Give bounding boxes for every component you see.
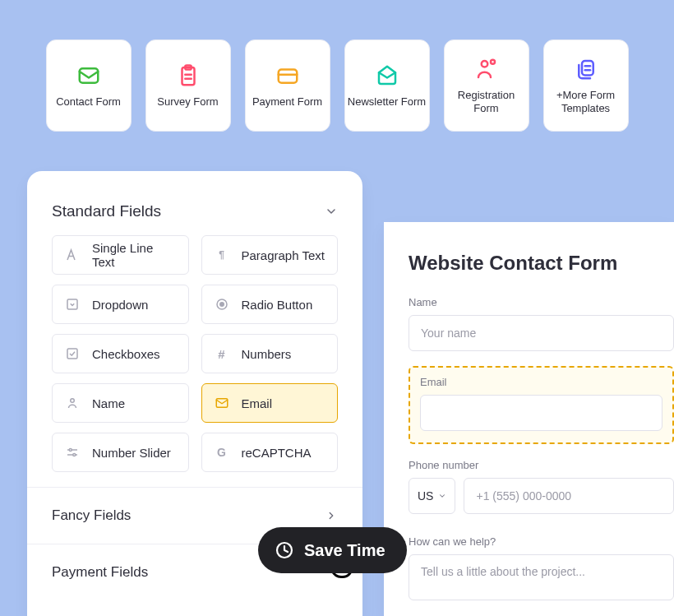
template-label: Payment Form	[252, 95, 322, 109]
email-dropzone[interactable]: Email	[409, 366, 674, 444]
field-name[interactable]: Name	[52, 383, 189, 423]
card-icon	[275, 63, 301, 89]
radio-icon	[212, 294, 232, 314]
hash-icon: #	[212, 344, 232, 364]
field-paragraph-text[interactable]: ¶ Paragraph Text	[201, 235, 339, 275]
field-single-line-text[interactable]: Single Line Text	[52, 235, 189, 275]
pill-label: Save Time	[304, 541, 385, 560]
template-card-contact-form[interactable]: Contact Form	[46, 39, 132, 132]
name-label: Name	[409, 296, 674, 308]
phone-country-select[interactable]: US	[409, 478, 455, 514]
dropdown-icon	[62, 294, 82, 314]
field-label: Checkboxes	[92, 347, 160, 361]
phone-placeholder: +1 (555) 000-0000	[476, 489, 571, 503]
envelope-icon	[374, 63, 400, 89]
svg-rect-13	[67, 299, 77, 309]
field-label: Paragraph Text	[242, 248, 325, 262]
field-recaptcha[interactable]: G reCAPTCHA	[201, 433, 339, 472]
template-label: Newsletter Form	[348, 95, 426, 109]
svg-rect-9	[582, 61, 593, 76]
field-checkboxes[interactable]: Checkboxes	[52, 334, 189, 373]
phone-input[interactable]: +1 (555) 000-0000	[464, 478, 674, 514]
section-title: Fancy Fields	[52, 507, 131, 524]
field-label: Radio Button	[242, 298, 313, 312]
template-cards-row: Contact Form Survey Form Payment Form Ne…	[35, 39, 639, 132]
user-icon	[473, 56, 500, 82]
svg-point-15	[219, 303, 224, 307]
svg-point-8	[491, 60, 495, 64]
section-title: Standard Fields	[52, 202, 161, 220]
mail-icon	[212, 393, 232, 413]
section-standard-fields[interactable]: Standard Fields	[27, 171, 362, 235]
svg-rect-5	[278, 69, 297, 82]
svg-point-22	[73, 454, 76, 456]
field-radio-button[interactable]: Radio Button	[201, 285, 339, 324]
template-card-more-templates[interactable]: +More Form Templates	[543, 39, 629, 132]
checkbox-icon	[62, 344, 82, 364]
phone-country-value: US	[418, 489, 433, 503]
template-label: +More Form Templates	[544, 89, 628, 116]
template-card-payment-form[interactable]: Payment Form	[245, 39, 330, 132]
svg-rect-0	[79, 68, 98, 83]
clipboard-icon	[175, 63, 201, 89]
field-phone: Phone number US +1 (555) 000-0000	[409, 459, 674, 514]
template-label: Registration Form	[445, 89, 529, 116]
field-label: Email	[242, 396, 273, 410]
help-placeholder: Tell us a little about the project...	[421, 565, 585, 578]
template-card-registration-form[interactable]: Registration Form	[444, 39, 529, 132]
copy-icon	[573, 56, 599, 82]
help-textarea[interactable]: Tell us a little about the project...	[409, 554, 674, 600]
help-label: How can we help?	[409, 535, 674, 548]
email-input[interactable]	[420, 395, 662, 431]
paragraph-icon: ¶	[212, 245, 232, 265]
field-numbers[interactable]: # Numbers	[201, 334, 339, 373]
field-label: Numbers	[242, 347, 292, 361]
field-label: Number Slider	[92, 446, 171, 460]
template-card-newsletter-form[interactable]: Newsletter Form	[344, 39, 430, 132]
field-dropdown[interactable]: Dropdown	[52, 285, 189, 324]
field-label: Single Line Text	[92, 241, 178, 269]
field-label: reCAPTCHA	[242, 446, 312, 460]
field-label: Dropdown	[92, 298, 148, 312]
template-card-survey-form[interactable]: Survey Form	[145, 39, 231, 132]
save-time-pill[interactable]: Save Time	[258, 527, 407, 573]
svg-point-17	[71, 399, 75, 403]
chevron-right-icon	[325, 509, 338, 522]
form-preview: Website Contact Form Name Your name Emai…	[384, 222, 674, 616]
text-icon	[62, 245, 82, 265]
form-title: Website Contact Form	[409, 252, 674, 275]
name-placeholder: Your name	[421, 327, 476, 340]
field-number-slider[interactable]: Number Slider	[52, 433, 189, 472]
slider-icon	[62, 442, 82, 462]
name-input[interactable]: Your name	[409, 315, 674, 351]
field-label: Name	[92, 396, 125, 410]
svg-point-20	[69, 449, 72, 452]
chevron-down-icon	[325, 205, 338, 218]
template-label: Contact Form	[56, 95, 121, 109]
email-label: Email	[420, 376, 662, 388]
phone-label: Phone number	[409, 459, 674, 471]
svg-point-7	[481, 61, 487, 67]
clock-icon	[275, 540, 294, 560]
svg-rect-16	[67, 349, 77, 359]
fields-grid: Single Line Text ¶ Paragraph Text Dropdo…	[27, 235, 362, 487]
mail-icon	[76, 63, 102, 89]
section-title: Payment Fields	[52, 564, 148, 581]
person-icon	[62, 393, 82, 413]
field-email[interactable]: Email	[201, 383, 339, 423]
template-label: Survey Form	[157, 95, 218, 109]
chevron-down-icon	[438, 492, 446, 500]
field-help: How can we help? Tell us a little about …	[409, 535, 674, 600]
field-name: Name Your name	[409, 296, 674, 351]
recaptcha-icon: G	[212, 442, 232, 462]
